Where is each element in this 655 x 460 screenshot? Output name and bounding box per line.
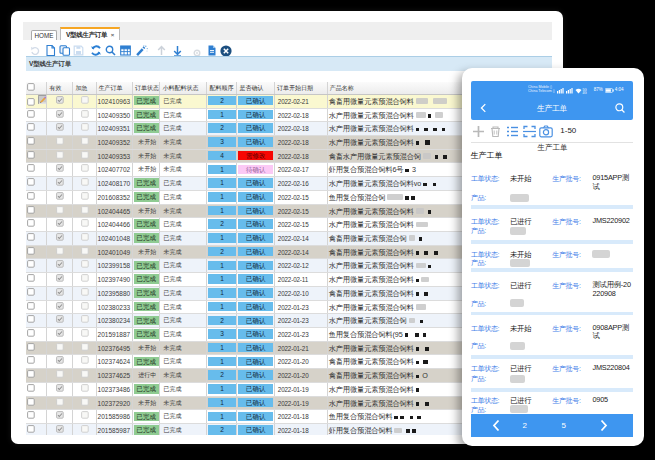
svg-text:4G: 4G xyxy=(583,91,588,94)
